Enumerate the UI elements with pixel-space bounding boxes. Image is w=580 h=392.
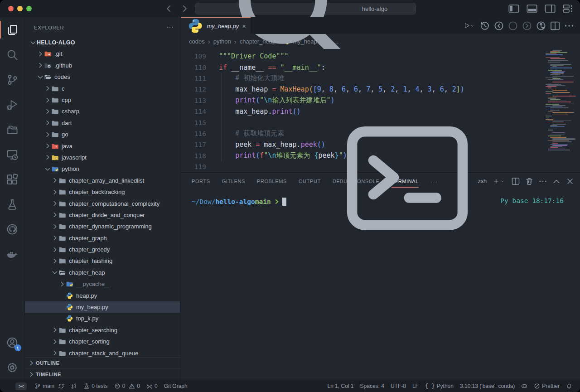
python-icon bbox=[187, 18, 203, 34]
tree-item-chapter-hashing[interactable]: chapter_hashing bbox=[25, 255, 180, 266]
status-git-graph[interactable]: Git Graph bbox=[161, 383, 191, 389]
activity-remote-explorer[interactable] bbox=[0, 142, 25, 167]
minimize-window-button[interactable] bbox=[17, 6, 23, 11]
split-terminal-icon[interactable] bbox=[511, 177, 520, 186]
tree-item-chapter-graph[interactable]: chapter_graph bbox=[25, 232, 180, 244]
tree-item-chapter-backtracking[interactable]: chapter_backtracking bbox=[25, 186, 180, 198]
panel-tab-ports[interactable]: PORTS bbox=[192, 173, 210, 190]
panel-tab-output[interactable]: OUTPUT bbox=[299, 173, 321, 190]
tree-item-label: top_k.py bbox=[76, 315, 98, 322]
activity-settings[interactable] bbox=[0, 355, 25, 380]
tree-item-chapter-array-and-linkedlist[interactable]: chapter_array_and_linkedlist bbox=[25, 175, 180, 186]
close-tab-icon[interactable]: × bbox=[242, 22, 246, 30]
maximize-panel-icon[interactable] bbox=[552, 177, 561, 186]
minimap[interactable] bbox=[546, 50, 575, 151]
tree-item--git[interactable]: .git bbox=[25, 48, 180, 59]
status-problems[interactable]: 00 bbox=[111, 383, 143, 389]
status-ports[interactable]: 0 bbox=[143, 383, 161, 389]
tree-item-my-heap-py[interactable]: my_heap.py bbox=[25, 301, 180, 313]
tree-item--github[interactable]: .github bbox=[25, 60, 180, 71]
navigate-forward-icon[interactable] bbox=[179, 4, 189, 14]
status-eol[interactable]: LF bbox=[409, 383, 422, 389]
status-cursor-position[interactable]: Ln 1, Col 1 bbox=[324, 383, 357, 389]
toggle-primary-sidebar-icon[interactable] bbox=[508, 4, 519, 14]
status-language-mode[interactable]: { }Python bbox=[422, 383, 457, 389]
activity-docker[interactable] bbox=[0, 242, 25, 266]
run-python-file-button[interactable] bbox=[461, 20, 476, 31]
tree-item-chapter-stack-and-queue[interactable]: chapter_stack_and_queue bbox=[25, 347, 180, 357]
change-circle-icon[interactable] bbox=[508, 20, 518, 31]
timeline-section[interactable]: TIMELINE bbox=[25, 368, 180, 380]
gitlens-graph-icon[interactable] bbox=[536, 20, 546, 31]
split-editor-icon[interactable] bbox=[550, 20, 561, 31]
tree-item-python[interactable]: python bbox=[25, 163, 180, 174]
outline-section[interactable]: OUTLINE bbox=[25, 357, 180, 368]
tree-item-heap-py[interactable]: heap.py bbox=[25, 290, 180, 301]
more-icon[interactable] bbox=[538, 177, 547, 186]
tree-item-chapter-divide-and-conquer[interactable]: chapter_divide_and_conquer bbox=[25, 209, 180, 221]
status-python-interpreter[interactable]: 3.10.13 ('base': conda) bbox=[457, 383, 518, 389]
activity-testing[interactable] bbox=[0, 192, 25, 217]
close-window-button[interactable] bbox=[8, 6, 14, 11]
status-encoding[interactable]: UTF-8 bbox=[387, 383, 409, 389]
terminal-content[interactable]: ~/Dow/hello-algo main Py base 18:17:16 bbox=[181, 190, 580, 380]
activity-source-control[interactable] bbox=[0, 67, 25, 92]
tree-item-java[interactable]: java bbox=[25, 140, 180, 151]
panel-tab-problems[interactable]: PROBLEMS bbox=[257, 173, 287, 190]
activity-run-debug[interactable] bbox=[0, 92, 25, 117]
tree-item-chapter-sorting[interactable]: chapter_sorting bbox=[25, 336, 180, 347]
status-prettier[interactable]: Prettier bbox=[531, 383, 563, 389]
toggle-panel-icon[interactable] bbox=[527, 4, 537, 14]
close-panel-icon[interactable] bbox=[566, 177, 575, 186]
new-terminal-icon[interactable] bbox=[491, 177, 507, 186]
status-notifications[interactable] bbox=[563, 383, 575, 389]
status-copilot[interactable] bbox=[518, 383, 531, 389]
tab-my-heap[interactable]: my_heap.py × bbox=[181, 17, 251, 34]
navigate-back-icon[interactable] bbox=[164, 4, 174, 14]
tree-item-csharp[interactable]: csharp bbox=[25, 106, 180, 117]
panel-tab-gitlens[interactable]: GITLENS bbox=[222, 173, 245, 190]
activity-search[interactable] bbox=[0, 42, 25, 67]
remote-indicator[interactable]: >< bbox=[15, 382, 27, 390]
tree-item--pycache-[interactable]: __pycache__ bbox=[25, 278, 180, 290]
next-change-icon[interactable] bbox=[522, 20, 532, 31]
tree-item-top-k-py[interactable]: top_k.py bbox=[25, 313, 180, 324]
previous-change-icon[interactable] bbox=[493, 20, 504, 31]
tree-item-hello-algo[interactable]: HELLO-ALGO bbox=[25, 37, 180, 48]
code-line-109: 109"""Driver Code""" bbox=[181, 51, 580, 62]
activity-folders[interactable] bbox=[0, 117, 25, 142]
command-center-search[interactable]: hello-algo bbox=[195, 3, 416, 15]
status-label: Prettier bbox=[542, 383, 560, 389]
file-history-icon[interactable] bbox=[479, 20, 490, 31]
sidebar-more-actions-icon[interactable]: ··· bbox=[166, 25, 174, 29]
file-py-icon bbox=[66, 303, 73, 311]
tree-item-codes[interactable]: codes bbox=[25, 71, 180, 82]
breadcrumb-item[interactable]: codes bbox=[189, 38, 205, 45]
toggle-secondary-sidebar-icon[interactable] bbox=[545, 4, 556, 14]
tree-item-chapter-greedy[interactable]: chapter_greedy bbox=[25, 244, 180, 255]
tree-item-go[interactable]: go bbox=[25, 129, 180, 140]
tree-item-javascript[interactable]: JSjavascript bbox=[25, 152, 180, 163]
status-tests[interactable]: 0 tests bbox=[80, 383, 111, 389]
traffic-lights bbox=[8, 6, 32, 11]
status-label: 0 bbox=[137, 383, 140, 389]
tree-item-chapter-heap[interactable]: chapter_heap bbox=[25, 267, 180, 278]
tree-item-c[interactable]: c bbox=[25, 82, 180, 94]
kill-terminal-icon[interactable] bbox=[525, 177, 534, 186]
activity-github[interactable] bbox=[0, 217, 25, 242]
status-git-compare[interactable] bbox=[68, 383, 80, 389]
zoom-window-button[interactable] bbox=[26, 6, 32, 11]
status-git-branch[interactable]: main bbox=[31, 383, 68, 389]
tree-item-chapter-computational-complexity[interactable]: chapter_computational_complexity bbox=[25, 198, 180, 209]
activity-extensions[interactable] bbox=[0, 167, 25, 192]
status-indentation[interactable]: Spaces: 4 bbox=[357, 383, 387, 389]
activity-accounts[interactable]: 1 bbox=[0, 330, 25, 355]
tree-item-chapter-dynamic-programming[interactable]: chapter_dynamic_programming bbox=[25, 221, 180, 232]
tree-item-cpp[interactable]: cpp bbox=[25, 94, 180, 106]
activity-explorer[interactable] bbox=[0, 17, 25, 42]
tree-item-chapter-searching[interactable]: chapter_searching bbox=[25, 324, 180, 336]
folders-icon bbox=[6, 124, 18, 136]
more-actions-icon[interactable] bbox=[564, 20, 575, 31]
customize-layout-icon[interactable] bbox=[563, 4, 574, 14]
tree-item-dart[interactable]: dart bbox=[25, 117, 180, 129]
